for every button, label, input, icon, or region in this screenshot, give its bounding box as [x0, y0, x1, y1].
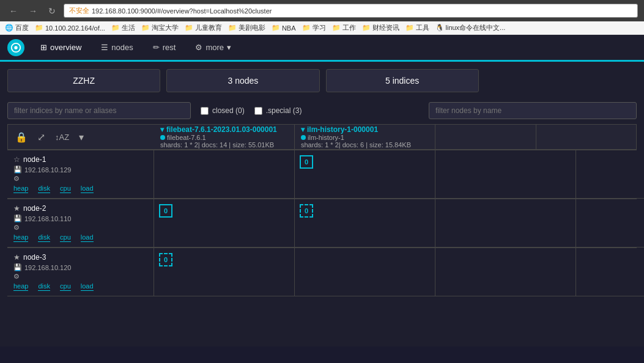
nav-nodes[interactable]: ☰ nodes [92, 38, 141, 57]
nav-logo [7, 39, 24, 56]
special-checkbox[interactable] [254, 107, 262, 115]
folder-icon-sh: 📁 [111, 24, 120, 32]
index-name-ilm: ▾ ilm-history-1-000001 [301, 125, 429, 134]
bookmark-tools[interactable]: 📁 工具 [405, 23, 429, 32]
folder-icon-work: 📁 [332, 24, 341, 32]
linux-icon: 🐧 [435, 24, 444, 32]
shard-cell-1-1: 0 [295, 150, 435, 199]
node-3-metrics: heap disk cpu load [13, 282, 147, 291]
security-warning: 不安全 [69, 6, 89, 15]
nodes-count-card: 3 nodes [166, 69, 319, 92]
ilm-dropdown-icon[interactable]: ▾ [301, 125, 305, 134]
url-text: 192.168.80.100:9000/#/overview?host=Loca… [92, 7, 272, 15]
bookmark-work[interactable]: 📁 工作 [332, 23, 356, 32]
folder-icon-child: 📁 [185, 24, 193, 32]
node-1-load: load [81, 185, 94, 193]
star-node1[interactable]: ☆ [13, 155, 20, 164]
nav-more[interactable]: ⚙ more ▾ [187, 38, 240, 57]
folder-icon-finance: 📁 [362, 24, 371, 32]
shard-cell-3-1 [295, 248, 435, 296]
node-2-heap: heap [13, 233, 28, 242]
node-info-1: ☆ node-1 💾 192.168.10.129 ⚙ heap disk cp… [7, 150, 154, 199]
tools-icon-1: ⚙ [13, 175, 20, 182]
bookmark-baidu[interactable]: 🌐 百度 [5, 23, 29, 32]
node-info-3: ★ node-3 💾 192.168.10.120 ⚙ heap disk cp… [7, 248, 154, 296]
shard-badge-2-1[interactable]: 0 [300, 204, 313, 218]
node-info-2: ★ node-2 💾 192.168.10.110 ⚙ heap disk cp… [7, 199, 154, 248]
node-2-ip: 192.168.10.110 [24, 215, 71, 222]
sort-az-button[interactable]: ↕AZ [53, 131, 72, 143]
bookmark-finance[interactable]: 📁 财经资讯 [362, 23, 399, 32]
more-chevron-icon: ▾ [227, 43, 231, 52]
node-row-3: ★ node-3 💾 192.168.10.120 ⚙ heap disk cp… [7, 248, 637, 296]
folder-icon-tools: 📁 [405, 24, 414, 32]
shard-badge-3-0[interactable]: 0 [159, 253, 172, 266]
expand-button[interactable]: ⤢ [35, 130, 48, 144]
back-button[interactable]: ← [6, 5, 21, 17]
star-node2[interactable]: ★ [13, 204, 20, 213]
node-1-ip: 192.168.10.129 [24, 166, 71, 174]
node-2-cpu: cpu [60, 233, 71, 242]
folder-icon-nba: 📁 [272, 24, 280, 32]
shard-badge-1-1[interactable]: 0 [300, 155, 313, 169]
cluster-name: ZZHZ [73, 76, 95, 86]
bookmarks-bar: 🌐 百度 📁 10.100.202.164/of... 📁 生活 📁 淘宝大学 … [0, 21, 644, 35]
node-3-cpu: cpu [60, 282, 71, 291]
node-2-load: load [81, 233, 94, 242]
tools-icon-3: ⚙ [13, 273, 20, 280]
index-alias-filebeat: filebeat-7.6.1 [160, 134, 288, 141]
shard-cell-3-0: 0 [154, 248, 295, 296]
dropdown-button[interactable]: ▾ [76, 130, 86, 144]
filter-row: closed (0) .special (3) [0, 100, 644, 124]
shard-empty-3-3 [576, 248, 644, 296]
bookmark-ip[interactable]: 📁 10.100.202.164/of... [35, 24, 105, 32]
bookmark-linux[interactable]: 🐧 linux命令在线中文... [435, 23, 506, 32]
disk-icon-2: 💾 [13, 215, 22, 222]
nodes-filter-input[interactable] [429, 102, 637, 119]
nodes-icon: ☰ [101, 43, 108, 52]
bookmark-study[interactable]: 📁 学习 [302, 23, 326, 32]
alias-tag-ilm [301, 135, 306, 140]
node-1-cpu: cpu [60, 185, 71, 193]
lock-button[interactable]: 🔒 [13, 130, 30, 144]
shard-empty-1-3 [576, 150, 644, 199]
nav-rest[interactable]: ✏ rest [144, 38, 185, 57]
special-checkbox-label[interactable]: .special (3) [254, 106, 302, 115]
node-3-load: load [81, 282, 94, 291]
app-container: ⊞ overview ☰ nodes ✏ rest ⚙ more ▾ ZZHZ … [0, 35, 644, 346]
reload-button[interactable]: ↻ [45, 5, 59, 17]
shard-empty-3-2 [435, 248, 576, 296]
forward-button[interactable]: → [26, 5, 40, 17]
shard-cell-2-1: 0 [295, 199, 435, 248]
node-1-metrics: heap disk cpu load [13, 185, 147, 193]
svg-point-1 [14, 46, 17, 49]
disk-icon-3: 💾 [13, 263, 22, 271]
node-3-heap: heap [13, 282, 28, 291]
index-alias-ilm: ilm-history-1 [301, 134, 429, 141]
nav-overview[interactable]: ⊞ overview [32, 38, 90, 57]
filler-col-1 [435, 124, 536, 150]
bookmark-movie[interactable]: 📁 美剧电影 [228, 23, 265, 32]
url-bar[interactable]: 不安全 192.168.80.100:9000/#/overview?host=… [64, 4, 638, 18]
bookmark-shenghu[interactable]: 📁 生活 [111, 23, 135, 32]
cluster-name-card: ZZHZ [7, 69, 160, 92]
node-1-heap: heap [13, 185, 28, 193]
filebeat-dropdown-icon[interactable]: ▾ [160, 125, 164, 134]
shard-badge-2-0[interactable]: 0 [159, 204, 172, 218]
toolbar-cell: 🔒 ⤢ ↕AZ ▾ [7, 124, 154, 150]
node-3-name: node-3 [23, 253, 46, 262]
index-name-filebeat: ▾ filebeat-7.6.1-2023.01.03-000001 [160, 125, 288, 134]
node-2-metrics: heap disk cpu load [13, 233, 147, 242]
overview-icon: ⊞ [40, 43, 47, 52]
bookmark-nba[interactable]: 📁 NBA [272, 24, 296, 32]
main-grid: 🔒 ⤢ ↕AZ ▾ ▾ filebeat-7.6.1-2023.01.03-00… [0, 124, 644, 296]
closed-checkbox-label[interactable]: closed (0) [201, 106, 245, 115]
bookmark-child[interactable]: 📁 儿童教育 [185, 23, 222, 32]
indices-filter-input[interactable] [7, 102, 191, 119]
star-node3[interactable]: ★ [13, 253, 20, 262]
index-stats-filebeat: shards: 1 * 2| docs: 14 | size: 55.01KB [160, 141, 288, 148]
index-header-ilm: ▾ ilm-history-1-000001 ilm-history-1 sha… [295, 124, 435, 150]
bookmark-taobao[interactable]: 📁 淘宝大学 [141, 23, 179, 32]
closed-checkbox[interactable] [201, 107, 209, 115]
index-stats-ilm: shards: 1 * 2| docs: 6 | size: 15.84KB [301, 141, 429, 148]
